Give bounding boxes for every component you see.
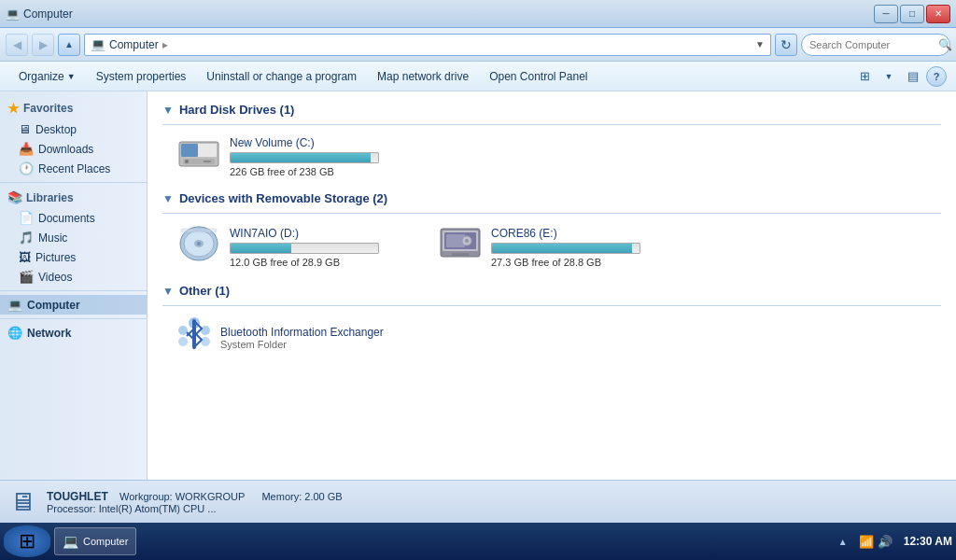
music-icon: 🎵 bbox=[19, 231, 34, 245]
back-button[interactable]: ◀ bbox=[6, 34, 28, 56]
drive-e-name: CORE86 (E:) bbox=[491, 227, 691, 240]
tray-time[interactable]: 12:30 AM bbox=[904, 535, 952, 548]
status-memory-label: Memory: bbox=[261, 491, 302, 502]
svg-point-19 bbox=[178, 326, 188, 335]
tray-arrow-icon[interactable]: ▲ bbox=[838, 537, 848, 547]
sidebar-item-videos[interactable]: 🎬 Videos bbox=[0, 267, 147, 287]
taskbar-right: ▲ 📶 🔊 12:30 AM bbox=[838, 535, 952, 549]
help-button[interactable]: ? bbox=[926, 66, 947, 87]
videos-icon: 🎬 bbox=[19, 270, 34, 284]
favorites-section: ★ Favorites 🖥 Desktop 📥 Downloads 🕐 Rece… bbox=[0, 97, 147, 178]
drive-e-size: 27.3 GB free of 28.8 GB bbox=[491, 257, 691, 268]
drive-d-info: WIN7AIO (D:) 12.0 GB free of 28.9 GB bbox=[230, 227, 429, 268]
status-workgroup-value: WORKGROUP bbox=[176, 491, 245, 502]
open-control-panel-button[interactable]: Open Control Panel bbox=[480, 65, 597, 88]
sidebar-item-network[interactable]: 🌐 Network bbox=[0, 323, 147, 343]
hard-disk-section-title: Hard Disk Drives (1) bbox=[179, 103, 295, 117]
preview-pane-button[interactable]: ▤ bbox=[902, 65, 924, 88]
hard-disk-collapse-icon[interactable]: ▼ bbox=[162, 104, 174, 117]
sidebar-item-downloads[interactable]: 📥 Downloads bbox=[0, 139, 147, 159]
map-network-button[interactable]: Map network drive bbox=[368, 65, 478, 88]
view-dropdown-button[interactable]: ▼ bbox=[878, 65, 900, 88]
view-tiles-button[interactable]: ⊞ bbox=[853, 65, 876, 88]
favorites-star-icon: ★ bbox=[7, 101, 20, 116]
svg-rect-10 bbox=[181, 229, 217, 232]
refresh-button[interactable]: ↻ bbox=[775, 34, 797, 56]
drive-d-bar bbox=[230, 243, 379, 254]
organize-button[interactable]: Organize ▼ bbox=[9, 65, 85, 88]
bluetooth-item[interactable]: Bluetooth Information Exchanger System F… bbox=[177, 315, 941, 360]
removable-divider bbox=[162, 213, 941, 214]
taskbar-computer-item[interactable]: 💻 Computer bbox=[54, 527, 136, 555]
start-button[interactable]: ⊞ bbox=[4, 525, 50, 557]
libraries-header: 📚 Libraries bbox=[0, 187, 147, 208]
other-collapse-icon[interactable]: ▼ bbox=[162, 285, 174, 298]
svg-point-9 bbox=[197, 242, 201, 245]
titlebar-left: 💻 Computer bbox=[6, 7, 73, 21]
search-box: 🔍 bbox=[801, 34, 950, 56]
sidebar-item-pictures[interactable]: 🖼 Pictures bbox=[0, 247, 147, 267]
downloads-icon: 📥 bbox=[19, 142, 34, 156]
taskbar: ⊞ 💻 Computer ▲ 📶 🔊 12:30 AM bbox=[0, 523, 956, 560]
sidebar: ★ Favorites 🖥 Desktop 📥 Downloads 🕐 Rece… bbox=[0, 91, 148, 480]
taskbar-computer-label: Computer bbox=[83, 536, 128, 547]
other-section-header: ▼ Other (1) bbox=[162, 284, 941, 298]
status-pc-icon: 🖥 bbox=[9, 486, 35, 517]
window-icon: 💻 bbox=[6, 7, 20, 21]
svg-point-21 bbox=[178, 337, 188, 346]
svg-point-20 bbox=[201, 326, 210, 335]
sidebar-item-music[interactable]: 🎵 Music bbox=[0, 228, 147, 247]
volume-tray-icon: 🔊 bbox=[878, 535, 893, 549]
drive-d-size: 12.0 GB free of 28.9 GB bbox=[230, 257, 429, 268]
titlebar-title: Computer bbox=[23, 7, 73, 21]
documents-icon: 📄 bbox=[19, 211, 34, 225]
drive-c-size: 226 GB free of 238 GB bbox=[230, 166, 429, 177]
close-button[interactable]: ✕ bbox=[926, 5, 950, 23]
forward-button[interactable]: ▶ bbox=[32, 34, 54, 56]
toolbar-right: ⊞ ▼ ▤ ? bbox=[853, 65, 947, 88]
up-button[interactable]: ▲ bbox=[58, 34, 80, 56]
status-memory-value: 2.00 GB bbox=[304, 491, 342, 502]
drive-d-name: WIN7AIO (D:) bbox=[230, 227, 429, 240]
svg-point-5 bbox=[185, 160, 189, 163]
status-processor-label: Processor: bbox=[47, 503, 96, 514]
minimize-button[interactable]: ─ bbox=[874, 5, 898, 23]
sidebar-item-recent-places[interactable]: 🕐 Recent Places bbox=[0, 159, 147, 178]
main-layout: ★ Favorites 🖥 Desktop 📥 Downloads 🕐 Rece… bbox=[0, 91, 956, 480]
drive-c-name: New Volume (C:) bbox=[230, 136, 429, 149]
drive-c-bar bbox=[230, 152, 379, 163]
sidebar-divider-2 bbox=[0, 290, 147, 291]
content-area: ▼ Hard Disk Drives (1) New Volume ( bbox=[148, 91, 956, 480]
search-input[interactable] bbox=[809, 39, 938, 50]
drive-d[interactable]: WIN7AIO (D:) 12.0 GB free of 28.9 GB bbox=[177, 223, 429, 271]
hard-disk-grid: New Volume (C:) 226 GB free of 238 GB bbox=[162, 134, 941, 178]
removable-grid: WIN7AIO (D:) 12.0 GB free of 28.9 GB bbox=[162, 223, 941, 271]
drive-e-icon bbox=[439, 225, 482, 269]
sidebar-divider-1 bbox=[0, 182, 147, 183]
other-divider bbox=[162, 305, 941, 306]
sidebar-divider-3 bbox=[0, 318, 147, 319]
maximize-button[interactable]: □ bbox=[900, 5, 924, 23]
system-properties-button[interactable]: System properties bbox=[87, 65, 196, 88]
network-icon: 🌐 bbox=[7, 326, 22, 340]
svg-point-16 bbox=[465, 239, 469, 243]
drive-e[interactable]: CORE86 (E:) 27.3 GB free of 28.8 GB bbox=[439, 223, 691, 271]
drive-c[interactable]: New Volume (C:) 226 GB free of 238 GB bbox=[177, 134, 429, 178]
network-tray-icon: 📶 bbox=[859, 535, 874, 549]
uninstall-button[interactable]: Uninstall or change a program bbox=[197, 65, 366, 88]
removable-collapse-icon[interactable]: ▼ bbox=[162, 192, 174, 205]
sidebar-item-desktop[interactable]: 🖥 Desktop bbox=[0, 119, 147, 139]
svg-rect-2 bbox=[181, 144, 198, 157]
sidebar-item-documents[interactable]: 📄 Documents bbox=[0, 208, 147, 228]
sidebar-item-computer[interactable]: 💻 Computer bbox=[0, 295, 147, 315]
address-bar[interactable]: 💻 Computer ▸ ▼ bbox=[84, 34, 771, 56]
recent-places-icon: 🕐 bbox=[19, 161, 34, 175]
bluetooth-info: Bluetooth Information Exchanger System F… bbox=[220, 326, 384, 350]
titlebar-controls: ─ □ ✕ bbox=[874, 5, 950, 23]
drive-c-info: New Volume (C:) 226 GB free of 238 GB bbox=[230, 136, 429, 177]
libraries-icon: 📚 bbox=[7, 190, 22, 204]
address-dropdown-icon[interactable]: ▼ bbox=[755, 39, 765, 49]
organize-arrow-icon: ▼ bbox=[67, 72, 76, 81]
address-separator: ▸ bbox=[162, 38, 168, 51]
address-icon: 💻 bbox=[91, 37, 105, 51]
